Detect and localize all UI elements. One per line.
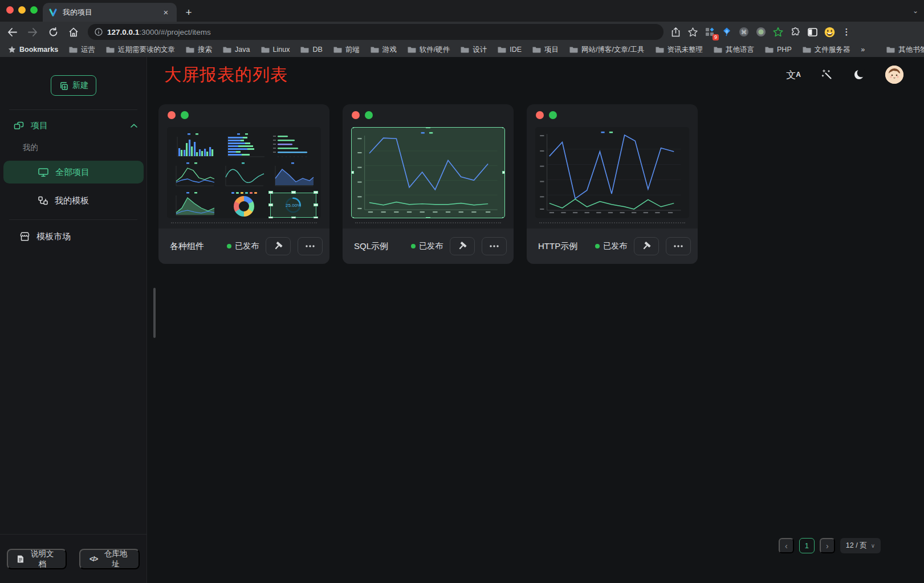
bookmark-folder[interactable]: 项目 [532,45,559,55]
folder-icon [803,46,811,53]
bookmark-folder[interactable]: PHP [765,46,792,54]
red-dot [536,111,544,119]
ellipsis-icon [674,245,683,247]
mini-smooth-line-chart [220,161,268,190]
bookmark-folder[interactable]: 资讯未整理 [656,45,703,55]
ellipsis-icon [490,245,499,247]
card-footer: HTTP示例 已发布 [527,229,698,264]
projects-icon [14,120,25,131]
more-options-button[interactable] [482,237,507,255]
browser-tab[interactable]: 我的项目 × [43,3,177,22]
project-thumbnail[interactable] [535,127,689,218]
bookmark-folder[interactable]: DB [300,46,322,54]
current-page-button[interactable]: 1 [799,538,815,553]
edit-hammer-button[interactable] [634,237,659,255]
browser-menu-icon[interactable]: ⋮ [839,25,854,39]
extension-dot-circle-icon[interactable] [754,25,768,39]
bookmark-folder[interactable]: 文件服务器 [803,45,850,55]
main-content: 大屏报表的列表 文A [147,57,924,583]
chevron-up-icon[interactable] [131,124,137,128]
ellipsis-icon [306,245,315,247]
project-thumbnail[interactable]: 25.00% [167,127,321,218]
dark-mode-moon-icon[interactable] [853,69,865,80]
project-name: SQL示例 [354,241,388,252]
dotted-separator [539,222,685,223]
bookmark-star-icon[interactable] [685,25,700,39]
tab-title: 我的项目 [63,7,156,18]
language-icon[interactable]: 文A [786,68,801,81]
project-card[interactable]: 25.00% 各种组件 已发布 [158,104,329,264]
bookmark-folder[interactable]: 近期需要读的文章 [106,45,175,55]
emoji-extension-icon[interactable] [822,25,837,39]
bookmark-folder[interactable]: 网站/博客/文章/工具 [569,45,644,55]
site-info-icon[interactable] [95,28,103,36]
address-bar[interactable]: 127.0.0.1:3000/#/project/items [88,24,664,40]
bookmark-folder[interactable]: Java [223,46,250,54]
zoom-window-button[interactable] [30,6,38,14]
repo-button[interactable]: </> 仓库地址 [79,549,140,569]
edit-hammer-button[interactable] [450,237,475,255]
gauge-selection-box: 25.00% [270,193,316,218]
side-panel-icon[interactable] [805,25,820,39]
next-page-button[interactable]: › [820,538,835,553]
page-size-select[interactable]: 12 / 页 ∨ [840,538,881,553]
sidebar-item-template-market[interactable]: 模板市场 [3,225,144,248]
card-footer: 各种组件 已发布 [158,229,329,264]
tab-search-icon[interactable]: ⌄ [913,7,918,15]
pagination: ‹ 1 › 12 / 页 ∨ [779,538,881,553]
bookmark-folder[interactable]: 设计 [461,45,487,55]
sidebar-group-projects[interactable]: 项目 [14,116,137,134]
bookmark-folder[interactable]: 其他语言 [714,45,754,55]
extensions-puzzle-icon[interactable] [788,25,803,39]
minimize-window-button[interactable] [18,6,26,14]
card-footer: SQL示例 已发布 [343,229,514,264]
close-window-button[interactable] [6,6,14,14]
bookmark-folder[interactable]: 前端 [333,45,360,55]
more-options-button[interactable] [298,237,323,255]
folder-icon [106,46,115,53]
bookmark-folder[interactable]: 软件/硬件 [408,45,450,55]
bookmarks-overflow-icon[interactable]: » [861,46,865,54]
green-dot [549,111,557,119]
bookmark-folder[interactable]: 游戏 [371,45,397,55]
url-text: 127.0.0.1:3000/#/project/items [107,28,211,36]
monitor-icon [38,167,49,177]
sidebar-item-all-projects[interactable]: 全部项目 [3,161,144,184]
forward-icon[interactable] [24,23,41,40]
new-project-button[interactable]: 新建 [51,75,96,96]
other-bookmarks[interactable]: 其他书签 [886,45,924,55]
magic-wand-icon[interactable] [821,69,833,80]
project-card[interactable]: SQL示例 已发布 [343,104,514,264]
scrollbar-thumb[interactable] [153,288,156,338]
new-tab-button[interactable]: + [181,5,196,20]
extension-command-icon[interactable]: ⌘ [736,25,751,39]
folder-icon [261,46,270,53]
sidebar-item-my-templates[interactable]: 我的模板 [3,189,144,212]
project-card[interactable]: HTTP示例 已发布 [527,104,698,264]
bookmark-folder[interactable]: IDE [498,46,522,54]
bookmark-folder[interactable]: Linux [261,46,290,54]
back-icon[interactable] [3,23,21,40]
bookmarks-root[interactable]: Bookmarks [8,46,58,54]
bookmark-folder[interactable]: 搜索 [186,45,212,55]
reload-icon[interactable] [44,23,62,40]
home-icon[interactable] [65,23,82,40]
bookmarks-bar: Bookmarks 运营 近期需要读的文章 搜索 Java Linux DB 前… [0,42,924,57]
more-options-button[interactable] [666,237,691,255]
mini-area-chart-green [170,191,219,218]
extension-grid-icon[interactable]: 9 [702,25,717,39]
user-avatar[interactable] [885,66,903,84]
dotted-separator [355,222,501,223]
project-thumbnail[interactable] [351,127,505,218]
hammer-icon [457,241,467,251]
docs-button[interactable]: 说明文档 [7,549,67,569]
bookmark-folder[interactable]: 运营 [69,45,95,55]
prev-page-button[interactable]: ‹ [779,538,794,553]
star-icon [8,46,16,54]
edit-hammer-button[interactable] [266,237,291,255]
tab-close-icon[interactable]: × [161,7,171,18]
extension-kite-icon[interactable] [719,25,734,39]
extension-green-star-icon[interactable] [771,25,785,39]
share-icon[interactable] [668,25,683,39]
code-icon: </> [89,555,97,563]
